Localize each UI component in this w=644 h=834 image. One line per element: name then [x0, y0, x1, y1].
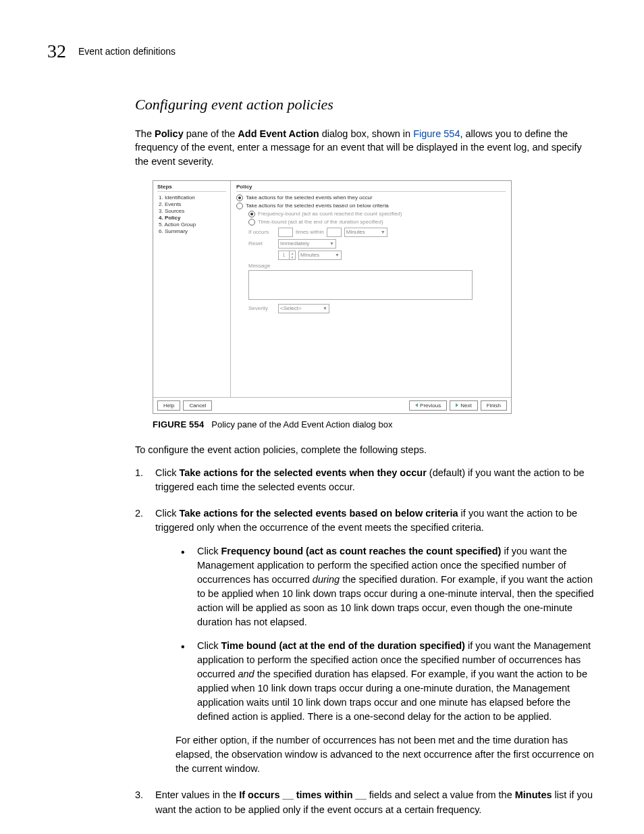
dialog-screenshot: Steps 1. Identification 2. Events 3. Sou… — [153, 180, 512, 414]
radio-time-bound[interactable]: Time-bound (act at the end of the durati… — [248, 219, 506, 226]
radio-icon — [236, 194, 243, 201]
steps-title: Steps — [157, 184, 226, 192]
cancel-button[interactable]: Cancel — [183, 400, 212, 411]
step-2: Click Take actions for the selected even… — [135, 506, 597, 776]
figure-caption: FIGURE 554 Policy pane of the Add Event … — [153, 419, 597, 429]
dialog-policy-pane: Policy Take actions for the selected eve… — [231, 181, 511, 397]
chevron-down-icon: ▼ — [329, 241, 334, 246]
bullet-frequency-bound: Click Frequency bound (act as count reac… — [181, 544, 597, 629]
step-action-group: 5. Action Group — [159, 221, 226, 228]
lead-text: To configure the event action policies, … — [135, 443, 597, 457]
intro-paragraph: The Policy pane of the Add Event Action … — [135, 127, 597, 168]
page-number: 32 — [47, 41, 66, 62]
finish-button[interactable]: Finish — [481, 400, 507, 411]
step-1: Click Take actions for the selected even… — [135, 466, 597, 494]
step-2-note: For either option, if the number of occu… — [176, 733, 597, 776]
chevron-down-icon: ▼ — [381, 230, 385, 234]
step-sources: 3. Sources — [159, 208, 226, 214]
figure-link[interactable]: Figure 554 — [413, 128, 460, 139]
help-button[interactable]: Help — [157, 400, 180, 411]
reset-label: Reset — [248, 240, 275, 246]
step-summary: 6. Summary — [159, 228, 226, 234]
triangle-right-icon — [456, 403, 458, 407]
reset-dropdown[interactable]: Immediately▼ — [278, 239, 336, 249]
within-input[interactable] — [327, 228, 342, 237]
minutes-dropdown[interactable]: Minutes▼ — [344, 228, 387, 237]
chevron-down-icon: ▼ — [323, 306, 327, 311]
previous-button[interactable]: Previous — [409, 400, 447, 411]
step-3: Enter values in the If occurs __ times w… — [135, 788, 597, 816]
policy-title: Policy — [236, 184, 506, 192]
dialog-steps-pane: Steps 1. Identification 2. Events 3. Sou… — [153, 181, 231, 397]
triangle-left-icon — [415, 403, 418, 407]
next-button[interactable]: Next — [450, 400, 477, 411]
section-title: Configuring event action policies — [135, 96, 597, 113]
bullet-time-bound: Click Time bound (act at the end of the … — [181, 639, 597, 724]
radio-icon — [248, 211, 255, 217]
step-events: 2. Events — [159, 201, 226, 207]
message-label: Message — [248, 263, 275, 269]
if-occurs-label: If occurs — [248, 229, 275, 235]
radio-frequency-bound[interactable]: Frequency-bound (act as count reached th… — [248, 211, 506, 217]
severity-label: Severity — [248, 305, 275, 311]
page-header: 32 Event action definitions — [47, 41, 597, 62]
step-policy: 4. Policy — [159, 215, 226, 221]
message-textarea[interactable] — [248, 270, 473, 300]
radio-icon — [236, 203, 243, 209]
reset-minutes-dropdown[interactable]: Minutes▼ — [298, 251, 342, 260]
radio-below-criteria[interactable]: Take actions for the selected events bas… — [236, 203, 506, 209]
occurs-count-input[interactable] — [278, 228, 293, 237]
radio-when-occur[interactable]: Take actions for the selected events whe… — [236, 194, 506, 201]
chevron-down-icon: ▼ — [335, 253, 340, 257]
radio-icon — [248, 219, 255, 226]
reset-spinner[interactable]: 1▲▼ — [278, 251, 296, 260]
step-identification: 1. Identification — [159, 194, 226, 201]
header-label: Event action definitions — [78, 46, 176, 57]
severity-dropdown[interactable]: <Select>▼ — [278, 304, 329, 313]
